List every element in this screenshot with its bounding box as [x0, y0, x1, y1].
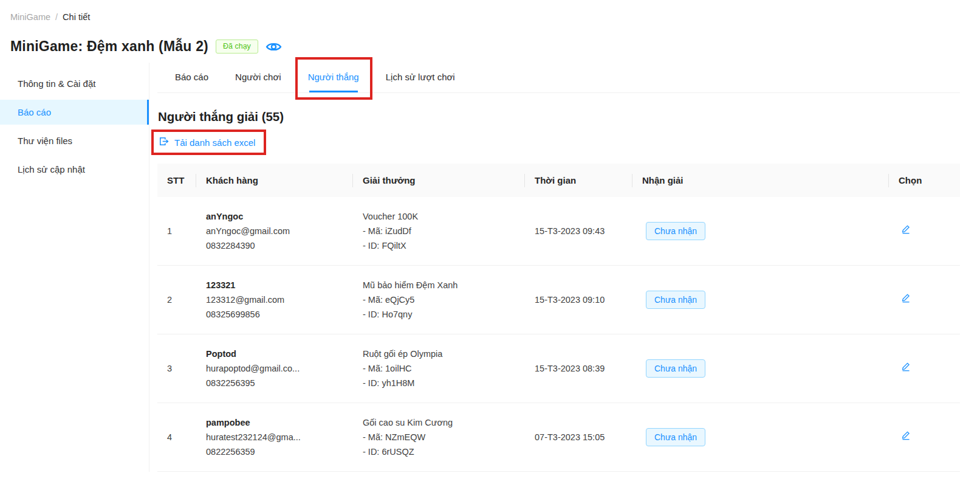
sidebar: Thông tin & Cài đặt Báo cáo Thư viện fil… [0, 63, 149, 472]
table-row: 3 Poptod hurapoptod@gmail.co... 08322563… [157, 334, 960, 403]
pencil-icon[interactable] [899, 361, 911, 372]
claim-status-tag: Chưa nhận [646, 359, 705, 378]
customer-name: pampobee [206, 415, 343, 430]
column-header-giai-thuong: Giải thưởng [353, 164, 525, 197]
customer-email: hurapoptod@gmail.co... [206, 361, 343, 376]
table-row: 1 anYngoc anYngoc@gmail.com 0832284390 V… [157, 197, 960, 266]
download-excel-link[interactable]: Tải danh sách excel [159, 136, 255, 148]
prize-cell: Voucher 100K - Mã: iZudDf - ID: FQiltX [353, 197, 525, 266]
time-cell: 07-T3-2023 15:05 [525, 403, 632, 472]
pencil-icon[interactable] [899, 224, 911, 234]
customer-cell: 123321 123312@gmail.com 08325699856 [196, 266, 353, 334]
claim-cell: Chưa nhận [632, 197, 889, 266]
sidebar-item-label: Lịch sử cập nhật [18, 164, 85, 175]
action-cell [889, 266, 960, 334]
customer-phone: 0822256359 [206, 444, 343, 459]
claim-cell: Chưa nhận [632, 266, 889, 334]
row-index: 1 [157, 197, 196, 266]
sidebar-item-label: Thư viện files [18, 136, 72, 146]
claim-cell: Chưa nhận [632, 403, 889, 472]
winners-table: STT Khách hàng Giải thưởng Thời gian Nhậ… [157, 164, 960, 472]
customer-cell: Poptod hurapoptod@gmail.co... 0832256395 [196, 334, 353, 403]
sidebar-item-label: Thông tin & Cài đặt [18, 78, 95, 89]
content-area: Báo cáo Người chơi Người thắng Lịch sử l… [149, 63, 980, 472]
prize-name: Ruột gối ép Olympia [363, 347, 515, 361]
tab-lich-su-luot-choi[interactable]: Lịch sử lượt chơi [386, 63, 455, 92]
prize-id: - ID: FQiltX [363, 238, 515, 253]
customer-name: Poptod [206, 347, 343, 361]
column-header-khach-hang: Khách hàng [196, 164, 353, 197]
customer-phone: 0832256395 [206, 376, 343, 390]
pencil-icon[interactable] [899, 292, 911, 303]
customer-email: anYngoc@gmail.com [206, 224, 343, 238]
table-row: 2 123321 123312@gmail.com 08325699856 Mũ… [157, 266, 960, 334]
customer-name: anYngoc [206, 209, 343, 224]
tab-nguoi-choi[interactable]: Người chơi [235, 63, 281, 92]
prize-id: - ID: yh1H8M [363, 376, 515, 390]
time-cell: 15-T3-2023 09:10 [525, 266, 632, 334]
breadcrumb-current: Chi tiết [63, 12, 90, 22]
prize-cell: Mũ bảo hiểm Đệm Xanh - Mã: eQjCy5 - ID: … [353, 266, 525, 334]
customer-phone: 0832284390 [206, 238, 343, 253]
claim-cell: Chưa nhận [632, 334, 889, 403]
tab-bao-cao[interactable]: Báo cáo [175, 63, 208, 92]
customer-phone: 08325699856 [206, 307, 343, 322]
tab-nguoi-thang[interactable]: Người thắng [308, 63, 359, 92]
prize-code: - Mã: iZudDf [363, 224, 515, 238]
customer-email: 123312@gmail.com [206, 292, 343, 307]
sidebar-item-lich-su-cap-nhat[interactable]: Lịch sử cập nhật [0, 157, 149, 182]
sidebar-item-thong-tin-cai-dat[interactable]: Thông tin & Cài đặt [0, 71, 149, 96]
action-cell [889, 403, 960, 472]
prize-name: Gối cao su Kim Cương [363, 415, 515, 430]
prize-cell: Gối cao su Kim Cương - Mã: NZmEQW - ID: … [353, 403, 525, 472]
table-header-row: STT Khách hàng Giải thưởng Thời gian Nhậ… [157, 164, 960, 197]
pencil-icon[interactable] [899, 430, 911, 440]
tab-label: Người thắng [308, 72, 359, 82]
prize-name: Voucher 100K [363, 209, 515, 224]
row-index: 3 [157, 334, 196, 403]
export-icon [159, 136, 169, 148]
column-header-thoi-gian: Thời gian [525, 164, 632, 197]
prize-id: - ID: 6rUSQZ [363, 444, 515, 459]
prize-name: Mũ bảo hiểm Đệm Xanh [363, 278, 515, 292]
table-row: 4 pampobee huratest232124@gma... 0822256… [157, 403, 960, 472]
row-index: 2 [157, 266, 196, 334]
breadcrumb-parent[interactable]: MiniGame [10, 12, 50, 22]
main-layout: Thông tin & Cài đặt Báo cáo Thư viện fil… [0, 63, 980, 472]
sidebar-item-thu-vien-files[interactable]: Thư viện files [0, 128, 149, 153]
claim-status-tag: Chưa nhận [646, 428, 705, 446]
claim-status-tag: Chưa nhận [646, 291, 705, 309]
customer-cell: anYngoc anYngoc@gmail.com 0832284390 [196, 197, 353, 266]
customer-email: huratest232124@gma... [206, 430, 343, 444]
sidebar-item-label: Báo cáo [18, 107, 51, 117]
section-heading: Người thắng giải (55) [158, 109, 960, 124]
prize-id: - ID: Ho7qny [363, 307, 515, 322]
customer-name: 123321 [206, 278, 343, 292]
customer-cell: pampobee huratest232124@gma... 082225635… [196, 403, 353, 472]
sidebar-item-bao-cao[interactable]: Báo cáo [0, 100, 149, 125]
prize-code: - Mã: 1oilHC [363, 361, 515, 376]
column-header-nhan-giai: Nhận giải [632, 164, 889, 197]
time-cell: 15-T3-2023 09:43 [525, 197, 632, 266]
annotation-box: Tải danh sách excel [151, 130, 266, 155]
column-header-chon: Chọn [889, 164, 960, 197]
prize-code: - Mã: eQjCy5 [363, 292, 515, 307]
eye-icon[interactable] [266, 40, 282, 54]
action-cell [889, 197, 960, 266]
download-excel-label: Tải danh sách excel [174, 137, 255, 148]
prize-cell: Ruột gối ép Olympia - Mã: 1oilHC - ID: y… [353, 334, 525, 403]
action-cell [889, 334, 960, 403]
time-cell: 15-T3-2023 08:39 [525, 334, 632, 403]
row-index: 4 [157, 403, 196, 472]
claim-status-tag: Chưa nhận [646, 222, 705, 240]
column-header-stt: STT [157, 164, 196, 197]
prize-code: - Mã: NZmEQW [363, 430, 515, 444]
breadcrumb-separator: / [55, 12, 58, 22]
breadcrumb: MiniGame / Chi tiết [0, 0, 980, 22]
page-header: MiniGame: Đệm xanh (Mẫu 2) Đã chạy [10, 38, 980, 55]
status-badge: Đã chạy [216, 40, 258, 54]
tab-bar: Báo cáo Người chơi Người thắng Lịch sử l… [157, 63, 960, 93]
page-title: MiniGame: Đệm xanh (Mẫu 2) [10, 38, 208, 55]
